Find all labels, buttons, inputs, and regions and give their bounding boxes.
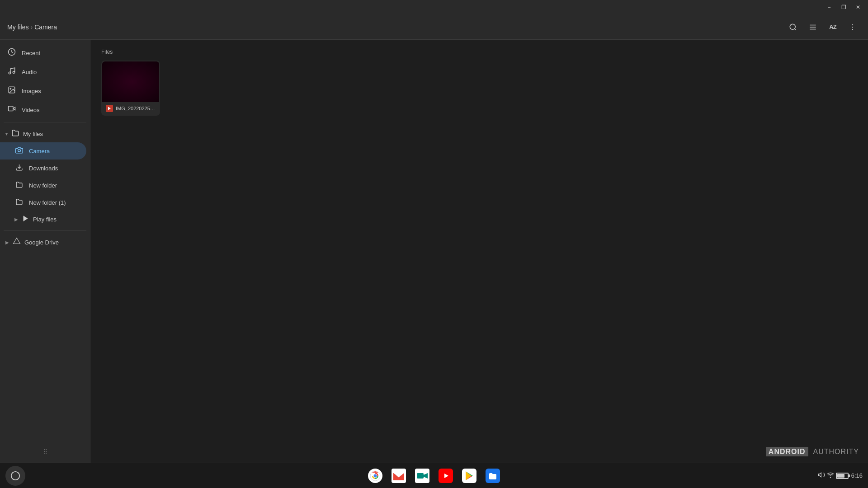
svg-marker-34	[818, 473, 821, 477]
list-view-button[interactable]	[805, 19, 821, 35]
taskbar-app-chrome[interactable]	[365, 466, 385, 486]
sidebar-section-google-drive[interactable]: ▶ Google Drive	[0, 234, 90, 251]
svg-marker-18	[108, 107, 111, 110]
breadcrumb: My files › Camera	[7, 23, 785, 31]
downloads-label: Downloads	[29, 165, 58, 172]
app-body: Recent Audio Images	[0, 40, 868, 463]
svg-point-5	[852, 24, 853, 25]
sidebar-divider-2	[4, 230, 86, 231]
resize-dots: ⠿	[43, 448, 47, 455]
svg-rect-13	[9, 106, 14, 111]
sidebar-item-videos[interactable]: Videos	[0, 100, 86, 119]
sidebar-item-play-files[interactable]: ▶ Play files	[0, 211, 90, 228]
file-type-icon	[106, 105, 113, 112]
files-grid: IMG_20220225_055...	[101, 61, 857, 116]
play-files-expand-icon: ▶	[14, 217, 18, 222]
svg-rect-28	[417, 473, 424, 479]
sidebar-item-new-folder-1[interactable]: New folder (1)	[0, 194, 86, 211]
sidebar-item-recent-label: Recent	[22, 50, 40, 56]
sidebar-item-audio-label: Audio	[22, 69, 37, 75]
toolbar: My files › Camera AZ	[0, 14, 868, 40]
wifi-icon	[827, 471, 834, 480]
google-drive-label: Google Drive	[24, 239, 59, 246]
taskbar-app-youtube[interactable]	[436, 466, 456, 486]
sidebar: Recent Audio Images	[0, 40, 90, 463]
sidebar-resize-handle[interactable]: ⠿	[0, 445, 90, 459]
sidebar-item-images[interactable]: Images	[0, 81, 86, 100]
taskbar-app-gmail[interactable]	[389, 466, 409, 486]
sidebar-section-my-files[interactable]: ▾ My files	[0, 125, 90, 142]
taskbar-app-play[interactable]	[459, 466, 479, 486]
audio-icon	[7, 67, 16, 77]
tray-icons	[818, 471, 849, 480]
svg-point-7	[852, 29, 853, 30]
google-drive-expand-icon: ▶	[5, 240, 9, 245]
battery-icon	[836, 473, 849, 479]
breadcrumb-root[interactable]: My files	[7, 23, 28, 31]
launcher-button[interactable]	[5, 466, 25, 486]
my-files-icon	[11, 129, 19, 139]
maximize-button[interactable]: ❐	[837, 2, 850, 12]
sidebar-item-videos-label: Videos	[22, 107, 40, 113]
sidebar-divider	[4, 122, 86, 122]
svg-point-9	[9, 72, 11, 74]
file-name: IMG_20220225_055...	[116, 106, 156, 111]
sidebar-item-camera[interactable]: Camera	[0, 142, 86, 160]
images-icon	[7, 86, 16, 96]
svg-point-6	[852, 26, 853, 27]
svg-point-15	[18, 149, 20, 152]
toolbar-actions: AZ	[785, 19, 861, 35]
sidebar-item-audio[interactable]: Audio	[0, 62, 86, 81]
content-area: Files IMG_20220225_055...	[90, 40, 868, 463]
play-files-label: Play files	[33, 216, 57, 223]
google-drive-icon	[13, 237, 21, 247]
svg-point-24	[374, 474, 377, 477]
search-button[interactable]	[785, 19, 801, 35]
breadcrumb-current: Camera	[34, 23, 57, 31]
new-folder-1-label: New folder (1)	[29, 199, 66, 206]
taskbar-app-meet[interactable]	[412, 466, 432, 486]
sound-icon	[818, 471, 825, 480]
svg-line-1	[794, 28, 796, 30]
close-button[interactable]: ✕	[852, 2, 864, 12]
tray-time: 6:16	[851, 472, 863, 479]
svg-point-10	[13, 71, 15, 74]
sidebar-item-images-label: Images	[22, 88, 41, 94]
svg-point-19	[11, 471, 19, 479]
downloads-icon	[14, 164, 24, 173]
more-options-button[interactable]	[844, 19, 861, 35]
sort-icon: AZ	[829, 23, 836, 30]
my-files-label: My files	[23, 131, 43, 137]
new-folder-1-icon	[14, 198, 24, 207]
new-folder-icon	[14, 181, 24, 190]
minimize-button[interactable]: −	[823, 2, 835, 12]
camera-icon	[14, 146, 24, 155]
files-section-label: Files	[101, 49, 857, 55]
taskbar: 6:16	[0, 463, 868, 488]
svg-point-35	[830, 477, 830, 477]
videos-icon	[7, 105, 16, 115]
sidebar-item-recent[interactable]: Recent	[0, 43, 86, 62]
play-files-icon	[22, 215, 29, 224]
svg-marker-17	[24, 216, 28, 221]
file-info: IMG_20220225_055...	[102, 102, 159, 115]
file-item[interactable]: IMG_20220225_055...	[101, 61, 160, 116]
my-files-expand-icon: ▾	[5, 131, 8, 136]
titlebar: − ❐ ✕	[0, 0, 868, 14]
camera-label: Camera	[29, 148, 50, 155]
file-thumbnail	[102, 61, 160, 102]
svg-point-0	[790, 24, 795, 29]
app-container: My files › Camera AZ	[0, 14, 868, 463]
new-folder-label: New folder	[29, 182, 57, 189]
breadcrumb-separator: ›	[30, 23, 33, 31]
sidebar-item-new-folder[interactable]: New folder	[0, 177, 86, 194]
taskbar-app-files[interactable]	[483, 466, 503, 486]
svg-point-12	[10, 88, 11, 89]
sort-button[interactable]: AZ	[825, 19, 841, 35]
sidebar-item-downloads[interactable]: Downloads	[0, 160, 86, 177]
recent-icon	[7, 48, 16, 58]
system-tray: 6:16	[818, 471, 863, 480]
